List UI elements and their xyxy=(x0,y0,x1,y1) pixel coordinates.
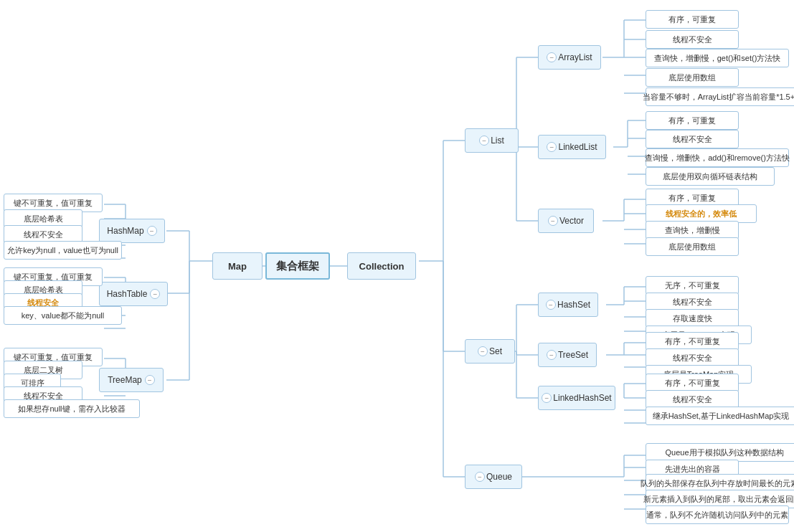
al-prop1: 有序，可重复 xyxy=(646,10,739,29)
hashmap-node: HashMap − xyxy=(99,219,165,243)
ll-prop2: 线程不安全 xyxy=(646,130,739,148)
treeset-node: − TreeSet xyxy=(538,343,597,367)
lhs-prop3: 继承HashSet,基于LinkedHashMap实现 xyxy=(646,407,794,425)
vector-node: − Vector xyxy=(538,209,594,233)
ll-prop3: 查询慢，增删快，add()和remove()方法快 xyxy=(646,148,789,167)
vec-prop4: 底层使用数组 xyxy=(646,237,739,256)
q-prop4: 通常，队列不允许随机访问队列中的元素 xyxy=(646,505,789,524)
center-label: 集合框架 xyxy=(276,260,319,273)
ts-minus: − xyxy=(547,350,557,360)
al-prop3: 查询快，增删慢，get()和set()方法快 xyxy=(646,49,789,67)
lhs-minus: − xyxy=(542,393,552,403)
hs-label: HashSet xyxy=(557,300,590,310)
al-minus: − xyxy=(547,52,557,62)
set-minus: − xyxy=(478,346,488,356)
set-label: Set xyxy=(489,346,502,356)
treemap-node: TreeMap − xyxy=(99,368,164,392)
hs-minus: − xyxy=(546,300,556,310)
al-prop4: 底层使用数组 xyxy=(646,68,739,87)
ll-prop1: 有序，可重复 xyxy=(646,111,739,130)
tm-minus: − xyxy=(145,375,155,385)
set-node: − Set xyxy=(465,339,515,364)
ht-prop4: key、value都不能为null xyxy=(4,306,122,325)
ll-label: LinkedList xyxy=(558,142,597,152)
collection-label: Collection xyxy=(359,261,405,272)
lhs-label: LinkedHashSet xyxy=(553,393,611,403)
hashtable-node: HashTable − xyxy=(99,282,168,306)
hm-label: HashMap xyxy=(107,226,143,236)
hashset-node: − HashSet xyxy=(538,293,598,317)
queue-node: − Queue xyxy=(465,465,522,489)
arraylist-node: − ArrayList xyxy=(538,45,601,70)
linkedlist-node: − LinkedList xyxy=(538,135,606,159)
map-label: Map xyxy=(228,261,247,272)
list-label: List xyxy=(491,136,504,146)
ll-minus: − xyxy=(547,142,557,152)
hm-prop4: 允许key为null，value也可为null xyxy=(4,241,122,260)
al-label: ArrayList xyxy=(558,52,592,62)
list-node: − List xyxy=(465,128,519,153)
vec-label: Vector xyxy=(559,216,584,226)
queue-label: Queue xyxy=(486,472,512,482)
hm-minus: − xyxy=(147,226,157,236)
list-minus: − xyxy=(479,136,489,146)
vec-minus: − xyxy=(548,216,558,226)
queue-minus: − xyxy=(475,472,485,482)
tm-prop5: 如果想存null键，需存入比较器 xyxy=(4,399,140,418)
ts-label: TreeSet xyxy=(558,350,588,360)
linkedhashset-node: − LinkedHashSet xyxy=(538,386,615,410)
ht-minus: − xyxy=(150,289,160,299)
collection-node: Collection xyxy=(347,252,416,280)
al-prop5: 当容量不够时，ArrayList扩容当前容量*1.5+1 xyxy=(646,87,794,106)
al-prop2: 线程不安全 xyxy=(646,30,739,49)
ht-label: HashTable xyxy=(107,289,148,299)
ll-prop4: 底层使用双向循环链表结构 xyxy=(646,167,775,186)
tm-label: TreeMap xyxy=(108,375,142,385)
map-node: Map xyxy=(212,252,263,280)
center-node: 集合框架 xyxy=(265,252,330,280)
